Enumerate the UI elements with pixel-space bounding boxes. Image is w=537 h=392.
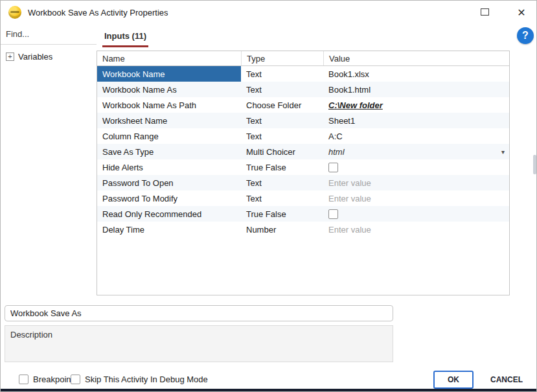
row-name-cell[interactable]: Column Range — [97, 128, 241, 144]
table-header: Name Type Value — [97, 51, 509, 66]
column-header-value: Value — [323, 51, 509, 65]
description-label: Description — [10, 330, 52, 340]
row-name-cell[interactable]: Workbook Name As Path — [97, 97, 241, 113]
row-name-cell[interactable]: Hide Alerts — [97, 159, 241, 175]
dialog-window: Workbook Save As Activity Properties ✕ F… — [0, 0, 537, 392]
find-input[interactable]: Find... — [1, 24, 97, 45]
table-row[interactable]: Workbook Name As Text Book1.html — [97, 82, 509, 97]
table-row[interactable]: Password To Open Text Enter value — [97, 175, 509, 190]
value-checkbox[interactable] — [328, 163, 338, 172]
table-row[interactable]: Password To Modify Text Enter value — [97, 190, 509, 206]
checkbox-icon[interactable] — [19, 375, 29, 384]
row-name-cell[interactable]: Worksheet Name — [97, 113, 241, 128]
activity-name-input[interactable] — [5, 305, 393, 321]
row-value-cell[interactable]: Enter value — [323, 175, 509, 190]
question-icon: ? — [522, 30, 529, 41]
value-dropdown[interactable]: html — [328, 147, 345, 157]
table-row[interactable]: Workbook Name Text Book1.xlsx — [97, 66, 509, 82]
row-value-cell[interactable]: Enter value — [323, 222, 509, 237]
row-type-cell: Text — [241, 175, 323, 190]
table-row[interactable]: Read Only Recommended True False — [97, 206, 509, 222]
row-type-cell: Choose Folder — [241, 97, 323, 113]
table-row[interactable]: Hide Alerts True False — [97, 159, 509, 175]
table-row[interactable]: Worksheet Name Text Sheet1 — [97, 113, 509, 128]
title-bar: Workbook Save As Activity Properties — [1, 1, 536, 24]
row-value-cell[interactable]: A:C — [323, 128, 509, 144]
close-icon: ✕ — [517, 6, 525, 19]
row-value-cell[interactable]: Enter value — [323, 190, 509, 206]
table-row[interactable]: Column Range Text A:C — [97, 128, 509, 144]
breakpoint-checkbox[interactable]: Breakpoint — [19, 375, 73, 384]
table-body: Workbook Name Text Book1.xlsx Workbook N… — [97, 66, 509, 237]
row-value-cell[interactable]: Book1.html — [323, 82, 509, 97]
row-name-cell[interactable]: Workbook Name — [97, 66, 241, 82]
breakpoint-label[interactable]: Breakpoint — [33, 375, 73, 384]
value-text[interactable]: Book1.html — [328, 85, 371, 95]
skip-debug-checkbox[interactable]: Skip This Activity In Debug Mode — [71, 375, 208, 384]
row-type-cell: Text — [241, 82, 323, 97]
row-value-cell[interactable]: html▾ — [323, 144, 509, 159]
row-type-cell: Text — [241, 190, 323, 206]
checkbox-icon[interactable] — [71, 375, 80, 384]
window-title: Workbook Save As Activity Properties — [28, 8, 168, 17]
row-type-cell: Text — [241, 128, 323, 144]
dropdown-arrow-icon[interactable]: ▾ — [501, 148, 505, 156]
tree-item-variables[interactable]: + Variables — [1, 45, 97, 62]
value-link[interactable]: C:\New folder — [328, 100, 383, 110]
row-value-cell[interactable] — [323, 159, 509, 175]
row-name-cell[interactable]: Workbook Name As — [97, 82, 241, 97]
maximize-button[interactable] — [481, 8, 489, 16]
row-type-cell: Text — [241, 113, 323, 128]
row-name-cell[interactable]: Delay Time — [97, 222, 241, 237]
sidebar: Find... + Variables — [1, 24, 97, 299]
tree-item-label: Variables — [18, 52, 52, 62]
value-placeholder[interactable]: Enter value — [328, 194, 371, 203]
row-type-cell: Text — [241, 66, 323, 82]
value-text[interactable]: Sheet1 — [328, 116, 355, 126]
description-box[interactable]: Description — [5, 325, 393, 362]
row-value-cell[interactable] — [323, 206, 509, 222]
row-value-cell[interactable]: C:\New folder — [323, 97, 509, 113]
tree-expander-icon[interactable]: + — [6, 52, 14, 61]
column-header-type: Type — [241, 51, 323, 65]
properties-table: Name Type Value Workbook Name Text Book1… — [97, 51, 510, 295]
skip-debug-label[interactable]: Skip This Activity In Debug Mode — [85, 375, 208, 384]
row-name-cell[interactable]: Read Only Recommended — [97, 206, 241, 222]
row-type-cell: True False — [241, 159, 323, 175]
bee-app-icon — [8, 6, 21, 19]
row-name-cell[interactable]: Password To Open — [97, 175, 241, 190]
value-placeholder[interactable]: Enter value — [328, 178, 371, 188]
table-row[interactable]: Save As Type Multi Choicer html▾ — [97, 144, 509, 159]
find-label: Find... — [6, 29, 29, 39]
ok-button[interactable]: OK — [433, 371, 474, 389]
column-header-name: Name — [97, 51, 241, 65]
table-row[interactable]: Workbook Name As Path Choose Folder C:\N… — [97, 97, 509, 113]
value-text[interactable]: A:C — [328, 132, 343, 141]
row-type-cell: Number — [241, 222, 323, 237]
value-text[interactable]: Book1.xlsx — [328, 69, 369, 79]
scrollbar-thumb[interactable] — [533, 155, 536, 174]
window-bottom-edge — [1, 389, 536, 391]
row-value-cell[interactable]: Book1.xlsx — [323, 66, 509, 82]
row-name-cell[interactable]: Save As Type — [97, 144, 241, 159]
row-value-cell[interactable]: Sheet1 — [323, 113, 509, 128]
table-row[interactable]: Delay Time Number Enter value — [97, 222, 509, 237]
row-type-cell: Multi Choicer — [241, 144, 323, 159]
close-button[interactable]: ✕ — [514, 5, 529, 19]
value-placeholder[interactable]: Enter value — [328, 225, 371, 235]
row-name-cell[interactable]: Password To Modify — [97, 190, 241, 206]
help-button[interactable]: ? — [517, 27, 534, 44]
value-checkbox[interactable] — [328, 209, 338, 219]
cancel-button[interactable]: CANCEL — [480, 371, 533, 389]
row-type-cell: True False — [241, 206, 323, 222]
tab-inputs[interactable]: Inputs (11) — [102, 31, 148, 47]
